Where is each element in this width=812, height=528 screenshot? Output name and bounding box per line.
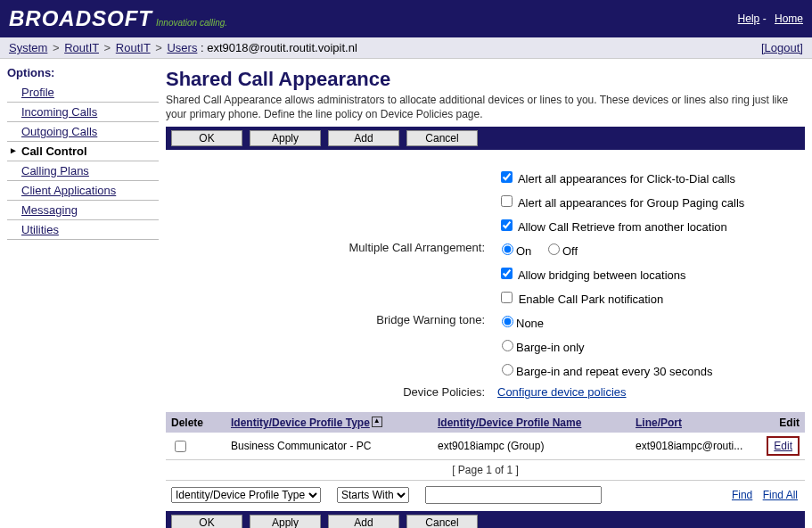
breadcrumb-users[interactable]: Users: [167, 41, 197, 54]
sidebar-item-call-control[interactable]: Call Control: [7, 142, 159, 161]
brand-text: BROADSOFT: [9, 6, 152, 31]
enable-call-park-row[interactable]: Enable Call Park notification: [497, 293, 663, 306]
bridge-none-radio[interactable]: [502, 316, 513, 327]
device-table: Delete Identity/Device Profile Type Iden…: [166, 412, 805, 459]
ok-button-bottom[interactable]: OK: [171, 515, 242, 528]
settings-table: Alert all appearances for Click-to-Dial …: [166, 164, 751, 403]
apply-button[interactable]: Apply: [250, 130, 321, 146]
sidebar-item-utilities[interactable]: Utilities: [7, 220, 159, 240]
device-policies-label: Device Policies:: [168, 383, 490, 401]
cancel-button[interactable]: Cancel: [406, 130, 478, 146]
bridge-barge-in-radio[interactable]: [502, 340, 513, 351]
enable-call-park-checkbox[interactable]: [501, 292, 513, 303]
col-type[interactable]: Identity/Device Profile Type: [226, 412, 432, 433]
breadcrumb-bar: System > RoutIT > RoutIT > Users : ext90…: [0, 37, 812, 59]
col-edit: Edit: [750, 412, 805, 433]
alert-click-to-dial-checkbox[interactable]: [501, 171, 513, 183]
home-link[interactable]: Home: [775, 12, 803, 25]
alert-group-paging-row[interactable]: Alert all appearances for Group Paging c…: [497, 196, 744, 210]
device-table-wrap: Delete Identity/Device Profile Type Iden…: [166, 412, 805, 511]
col-lineport[interactable]: Line/Port: [630, 412, 750, 433]
sidebar-list: Profile Incoming Calls Outgoing Calls Ca…: [7, 83, 159, 240]
row-type: Business Communicator - PC: [226, 433, 432, 459]
bridge-warning-label: Bridge Warning tone:: [168, 310, 490, 333]
allow-call-retrieve-row[interactable]: Allow Call Retrieve from another locatio…: [497, 220, 727, 234]
row-edit-link[interactable]: Edit: [767, 436, 800, 456]
breadcrumb-system[interactable]: System: [9, 41, 47, 54]
alert-group-paging-checkbox[interactable]: [501, 195, 513, 207]
allow-bridging-checkbox[interactable]: [501, 268, 513, 279]
bridge-barge-in-row[interactable]: Barge-in only: [497, 341, 585, 354]
page-description: Shared Call Appearance allows administra…: [166, 93, 805, 121]
multiple-call-arrangement-label: Multiple Call Arrangement:: [168, 238, 490, 260]
sidebar-heading: Options:: [7, 66, 159, 79]
sidebar-item-outgoing-calls[interactable]: Outgoing Calls: [7, 122, 159, 142]
top-links: Help - Home: [733, 12, 803, 25]
breadcrumb-routit-1[interactable]: RoutIT: [64, 41, 99, 54]
sidebar-item-profile[interactable]: Profile: [7, 83, 159, 103]
search-match-select[interactable]: Starts With: [337, 487, 409, 503]
top-bar: BROADSOFT Innovation calling. Help - Hom…: [0, 0, 812, 37]
sidebar-item-calling-plans[interactable]: Calling Plans: [7, 161, 159, 181]
page-title: Shared Call Appearance: [166, 68, 805, 91]
logout-link[interactable]: [Logout]: [761, 41, 803, 54]
table-row: Business Communicator - PC ext9018iampc …: [166, 433, 805, 459]
sidebar: Options: Profile Incoming Calls Outgoing…: [0, 59, 159, 528]
find-all-link[interactable]: Find All: [763, 489, 798, 501]
search-input[interactable]: [425, 486, 602, 504]
sidebar-item-client-applications[interactable]: Client Applications: [7, 181, 159, 201]
sort-indicator-icon: [372, 417, 382, 427]
search-row: Identity/Device Profile Type Starts With…: [166, 481, 805, 511]
paginator: [ Page 1 of 1 ]: [166, 459, 805, 481]
add-button[interactable]: Add: [328, 130, 399, 146]
row-name: ext9018iampc (Group): [432, 433, 630, 459]
button-bar-top: OK Apply Add Cancel: [166, 127, 805, 150]
multiple-call-off-row[interactable]: Off: [544, 244, 578, 258]
row-lineport: ext9018iampc@routi...: [630, 433, 750, 459]
search-field-select[interactable]: Identity/Device Profile Type: [171, 487, 321, 503]
brand-tagline: Innovation calling.: [156, 18, 227, 28]
col-delete: Delete: [166, 412, 226, 433]
multiple-call-off-radio[interactable]: [548, 243, 560, 255]
cancel-button-bottom[interactable]: Cancel: [406, 515, 478, 528]
button-bar-bottom: OK Apply Add Cancel: [166, 511, 805, 528]
add-button-bottom[interactable]: Add: [328, 515, 399, 528]
multiple-call-on-radio[interactable]: [502, 243, 513, 255]
allow-call-retrieve-checkbox[interactable]: [501, 219, 513, 231]
alert-click-to-dial-row[interactable]: Alert all appearances for Click-to-Dial …: [497, 172, 735, 186]
multiple-call-on-row[interactable]: On: [497, 244, 531, 258]
bridge-none-row[interactable]: None: [497, 317, 544, 330]
sidebar-item-incoming-calls[interactable]: Incoming Calls: [7, 103, 159, 122]
help-link[interactable]: Help: [738, 12, 760, 25]
breadcrumb-user-suffix: : ext9018@routit.routit.voipit.nl: [201, 41, 357, 54]
configure-device-policies-link[interactable]: Configure device policies: [497, 385, 627, 399]
sidebar-item-messaging[interactable]: Messaging: [7, 201, 159, 220]
ok-button[interactable]: OK: [171, 130, 242, 146]
breadcrumb-routit-2[interactable]: RoutIT: [116, 41, 151, 54]
allow-bridging-row[interactable]: Allow bridging between locations: [497, 268, 686, 282]
apply-button-bottom[interactable]: Apply: [250, 515, 321, 528]
bridge-barge-repeat-radio[interactable]: [502, 364, 513, 375]
breadcrumb: System > RoutIT > RoutIT > Users : ext90…: [9, 41, 357, 54]
content-area: Shared Call Appearance Shared Call Appea…: [159, 59, 812, 528]
col-name[interactable]: Identity/Device Profile Name: [432, 412, 630, 433]
bridge-barge-repeat-row[interactable]: Barge-in and repeat every 30 seconds: [497, 365, 712, 378]
row-delete-checkbox[interactable]: [175, 441, 186, 452]
logo: BROADSOFT Innovation calling.: [9, 6, 227, 31]
find-link[interactable]: Find: [732, 489, 752, 501]
